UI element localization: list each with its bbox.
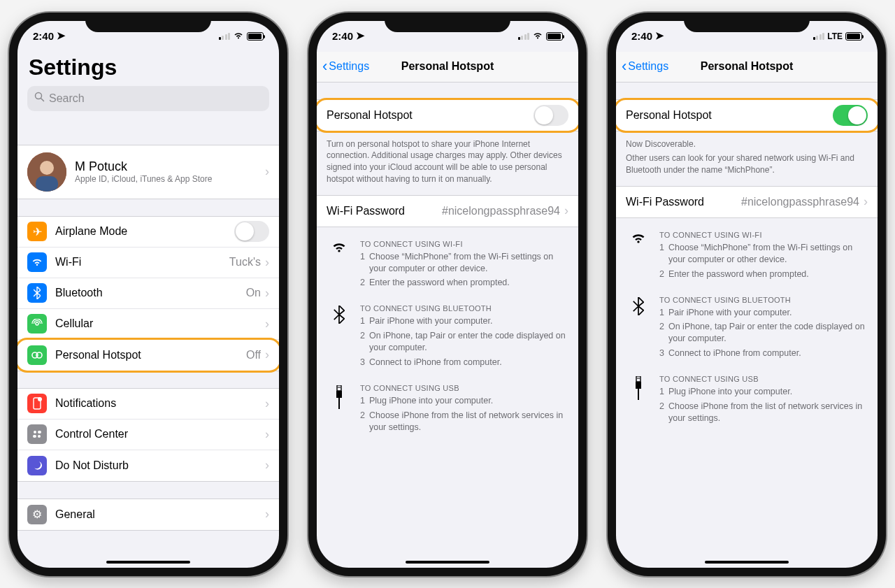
status-indicators bbox=[518, 30, 564, 42]
phone-mockup-1: 2:40 ➤ Settings Search M Potuck Apple ID… bbox=[9, 13, 287, 576]
list-item: 1Pair iPhone with your computer. 2On iPh… bbox=[659, 307, 866, 360]
hotspot-hint: Turn on personal hotspot to share your i… bbox=[317, 131, 578, 195]
hotspot-hint: Now Discoverable. Other users can look f… bbox=[616, 131, 878, 186]
control-center-cell[interactable]: Control Center › bbox=[17, 420, 279, 450]
wifi-cell[interactable]: Wi-Fi Tuck's › bbox=[17, 248, 279, 278]
svg-line-1 bbox=[41, 99, 44, 101]
cellular-signal-icon bbox=[518, 33, 530, 40]
apple-id-cell[interactable]: M Potuck Apple ID, iCloud, iTunes & App … bbox=[17, 145, 279, 199]
dnd-cell[interactable]: Do Not Disturb › bbox=[17, 450, 279, 481]
status-time: 2:40 ➤ bbox=[631, 30, 664, 43]
cellular-signal-icon bbox=[813, 33, 825, 40]
search-icon bbox=[34, 92, 45, 105]
svg-rect-16 bbox=[336, 391, 342, 398]
settings-group-notifications: Notifications › Control Center › Do Not … bbox=[17, 388, 279, 482]
profile-sub: Apple ID, iCloud, iTunes & App Store bbox=[75, 174, 265, 184]
home-indicator[interactable] bbox=[106, 561, 190, 564]
settings-group-connectivity: ✈ Airplane Mode Wi-Fi Tuck's › Bluetooth… bbox=[17, 216, 279, 371]
phone-mockup-3: 2:40 ➤ LTE ‹Settings Personal Hotspot Pe… bbox=[608, 13, 886, 576]
search-placeholder: Search bbox=[49, 92, 85, 105]
control-center-icon bbox=[27, 424, 47, 444]
wifi-icon bbox=[532, 30, 543, 42]
svg-rect-18 bbox=[636, 376, 640, 382]
dnd-icon bbox=[27, 456, 47, 475]
chevron-right-icon: › bbox=[265, 317, 269, 331]
cellular-cell[interactable]: Cellular › bbox=[17, 309, 279, 340]
svg-rect-21 bbox=[636, 382, 641, 389]
svg-rect-10 bbox=[38, 431, 41, 433]
bluetooth-icon bbox=[27, 283, 47, 303]
chevron-right-icon: › bbox=[864, 194, 868, 209]
wifi-password-cell[interactable]: Wi-Fi Password #nicelongpassphrase94 › bbox=[616, 187, 878, 217]
svg-rect-20 bbox=[639, 378, 640, 379]
notifications-cell[interactable]: Notifications › bbox=[17, 389, 279, 420]
svg-point-12 bbox=[38, 435, 41, 438]
svg-point-9 bbox=[34, 431, 36, 433]
svg-rect-15 bbox=[340, 387, 341, 388]
chevron-right-icon: › bbox=[265, 458, 269, 473]
wifi-password-cell[interactable]: Wi-Fi Password #nicelongpassphrase94 › bbox=[317, 196, 578, 227]
home-indicator[interactable] bbox=[406, 561, 489, 564]
status-time: 2:40 ➤ bbox=[332, 30, 365, 43]
svg-rect-11 bbox=[33, 435, 36, 438]
profile-name: M Potuck bbox=[75, 159, 265, 174]
airplane-mode-cell[interactable]: ✈ Airplane Mode bbox=[17, 217, 279, 248]
screen-hotspot-off: 2:40 ➤ ‹Settings Personal Hotspot Person… bbox=[317, 21, 578, 568]
screen-hotspot-on: 2:40 ➤ LTE ‹Settings Personal Hotspot Pe… bbox=[616, 21, 878, 568]
airplane-toggle[interactable] bbox=[234, 221, 269, 242]
svg-point-8 bbox=[38, 397, 42, 401]
hotspot-toggle[interactable] bbox=[833, 105, 868, 126]
battery-icon bbox=[845, 32, 862, 41]
back-button[interactable]: ‹Settings bbox=[322, 59, 369, 74]
hotspot-icon bbox=[27, 345, 47, 365]
wifi-icon bbox=[27, 252, 47, 272]
page-title: Settings bbox=[17, 52, 279, 86]
gear-icon: ⚙ bbox=[27, 505, 47, 524]
status-indicators bbox=[219, 30, 264, 42]
avatar bbox=[27, 152, 66, 192]
wifi-icon bbox=[328, 240, 350, 292]
notifications-icon bbox=[27, 394, 47, 413]
notch bbox=[684, 13, 810, 32]
cellular-signal-icon bbox=[219, 33, 231, 40]
svg-rect-14 bbox=[338, 387, 339, 388]
status-indicators: LTE bbox=[813, 31, 862, 41]
personal-hotspot-toggle-cell[interactable]: Personal Hotspot bbox=[317, 100, 578, 131]
hotspot-toggle[interactable] bbox=[534, 105, 568, 126]
list-item: 1Choose “MichPhone” from the Wi-Fi setti… bbox=[360, 251, 567, 289]
connect-wifi-block: TO CONNECT USING WI-FI 1Choose “MichPhon… bbox=[616, 231, 878, 296]
svg-point-3 bbox=[40, 161, 54, 175]
personal-hotspot-cell[interactable]: Personal Hotspot Off › bbox=[17, 340, 279, 371]
nav-title: Personal Hotspot bbox=[701, 60, 793, 73]
chevron-right-icon: › bbox=[265, 427, 269, 442]
personal-hotspot-toggle-cell[interactable]: Personal Hotspot bbox=[616, 100, 878, 131]
chevron-right-icon: › bbox=[265, 347, 269, 362]
connect-wifi-block: TO CONNECT USING WI-FI 1Choose “MichPhon… bbox=[317, 240, 578, 305]
home-indicator[interactable] bbox=[705, 561, 789, 564]
bluetooth-cell[interactable]: Bluetooth On › bbox=[17, 278, 279, 309]
chevron-right-icon: › bbox=[265, 396, 269, 411]
search-input[interactable]: Search bbox=[27, 86, 269, 111]
nav-bar: ‹Settings Personal Hotspot bbox=[317, 52, 578, 83]
notch bbox=[85, 13, 211, 32]
list-item: 1Plug iPhone into your computer. 2Choose… bbox=[659, 386, 866, 424]
bluetooth-icon bbox=[627, 296, 650, 363]
chevron-right-icon: › bbox=[265, 507, 269, 522]
chevron-left-icon: ‹ bbox=[322, 59, 327, 74]
nav-title: Personal Hotspot bbox=[401, 60, 494, 73]
usb-icon bbox=[328, 384, 350, 436]
settings-group-general: ⚙ General › bbox=[17, 499, 279, 531]
airplane-icon: ✈ bbox=[27, 222, 47, 241]
back-button[interactable]: ‹Settings bbox=[622, 59, 668, 74]
chevron-left-icon: ‹ bbox=[622, 59, 626, 74]
battery-icon bbox=[247, 32, 264, 41]
connect-bluetooth-block: TO CONNECT USING BLUETOOTH 1Pair iPhone … bbox=[317, 304, 578, 384]
chevron-right-icon: › bbox=[265, 164, 269, 179]
connect-bluetooth-block: TO CONNECT USING BLUETOOTH 1Pair iPhone … bbox=[616, 296, 878, 375]
battery-icon bbox=[546, 32, 563, 41]
notch bbox=[385, 13, 510, 32]
bluetooth-icon bbox=[328, 304, 350, 371]
cellular-icon bbox=[27, 314, 47, 334]
lte-label: LTE bbox=[827, 31, 843, 41]
general-cell[interactable]: ⚙ General › bbox=[17, 499, 279, 530]
